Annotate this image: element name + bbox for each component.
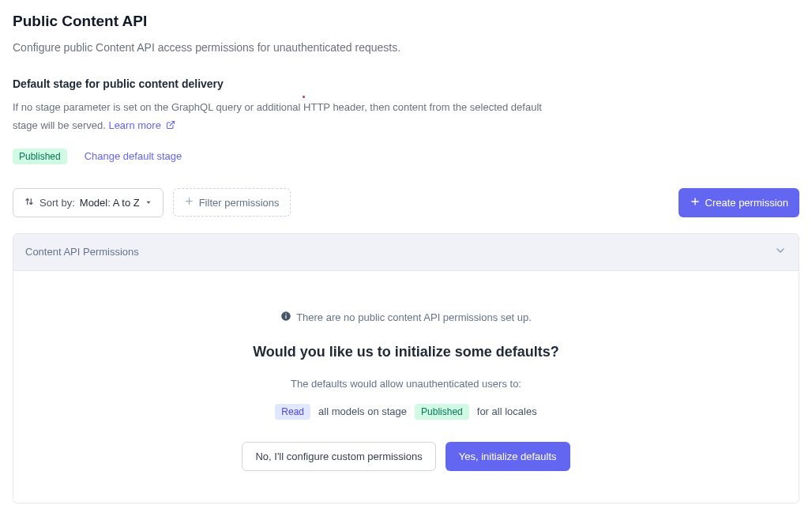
initialize-prompt-heading: Would you like us to initialize some def… [29, 344, 783, 360]
create-permission-label: Create permission [705, 197, 789, 209]
filter-permissions-button[interactable]: Filter permissions [173, 188, 291, 217]
default-stage-heading: Default stage for public content deliver… [13, 77, 799, 90]
defaults-text-end: for all locales [477, 405, 537, 417]
yes-initialize-button[interactable]: Yes, initialize defaults [445, 442, 570, 471]
sort-value: Model: A to Z [80, 197, 140, 209]
filter-label: Filter permissions [199, 197, 280, 209]
read-badge: Read [275, 404, 310, 420]
permissions-panel-title: Content API Permissions [25, 246, 139, 258]
learn-more-label: Learn more [108, 119, 160, 131]
empty-state-text: There are no public content API permissi… [296, 311, 532, 323]
svg-rect-9 [286, 315, 287, 318]
toolbar: Sort by: Model: A to Z Filter permission… [13, 188, 799, 217]
no-configure-button[interactable]: No, I'll configure custom permissions [242, 442, 435, 471]
indicator-dot [303, 96, 305, 98]
create-permission-button[interactable]: Create permission [679, 188, 800, 217]
page-subtitle: Configure public Content API access perm… [13, 41, 799, 54]
info-icon [280, 311, 291, 325]
permissions-panel-body: There are no public content API permissi… [13, 271, 799, 503]
permissions-panel: Content API Permissions There are no pub… [13, 233, 799, 503]
initialize-actions: No, I'll configure custom permissions Ye… [29, 442, 783, 471]
learn-more-link[interactable]: Learn more [108, 119, 175, 131]
sort-prefix: Sort by: [39, 197, 75, 209]
chevron-down-icon [145, 197, 152, 209]
defaults-description: The defaults would allow unauthenticated… [29, 378, 783, 390]
svg-marker-3 [146, 201, 150, 203]
published-badge: Published [415, 404, 469, 420]
page-title: Public Content API [13, 13, 799, 30]
empty-state: There are no public content API permissi… [29, 311, 783, 325]
permissions-panel-header[interactable]: Content API Permissions [13, 234, 799, 271]
defaults-text-mid: all models on stage [318, 405, 407, 417]
default-stage-badge: Published [13, 149, 67, 164]
defaults-summary: Read all models on stage Published for a… [29, 404, 783, 420]
plus-icon [184, 196, 194, 209]
default-stage-desc-text: If no stage parameter is set on the Grap… [13, 101, 542, 131]
change-default-stage-link[interactable]: Change default stage [85, 150, 182, 162]
sort-icon [24, 196, 35, 209]
default-stage-description: If no stage parameter is set on the Grap… [13, 98, 566, 136]
svg-rect-10 [286, 313, 287, 314]
chevron-down-icon [774, 244, 787, 260]
default-stage-row: Published Change default stage [13, 149, 799, 164]
sort-button[interactable]: Sort by: Model: A to Z [13, 188, 164, 217]
external-link-icon [166, 117, 175, 135]
svg-line-0 [170, 122, 175, 126]
plus-icon [690, 196, 701, 209]
